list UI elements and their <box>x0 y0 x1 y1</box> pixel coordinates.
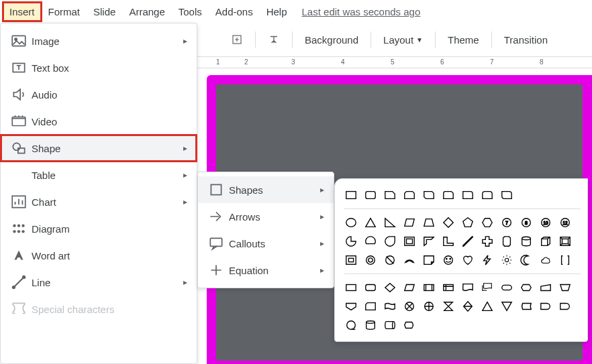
shape-round-same[interactable] <box>481 188 494 202</box>
shape-flowchart-magnetic[interactable] <box>344 318 358 332</box>
background-button[interactable]: Background <box>295 29 368 51</box>
submenu-equation[interactable]: Equation ▸ <box>198 257 334 284</box>
shape-cross[interactable] <box>481 235 494 248</box>
shape-trapezoid[interactable] <box>422 216 436 229</box>
shape-half-frame[interactable] <box>422 235 436 248</box>
theme-button[interactable]: Theme <box>438 29 489 51</box>
insert-video[interactable]: Video <box>1 108 197 135</box>
shape-frame[interactable] <box>403 235 416 248</box>
shape-flowchart-manual-op[interactable] <box>558 281 572 294</box>
shape-flowchart-or[interactable] <box>422 300 436 313</box>
shape-snip-round[interactable] <box>442 188 455 202</box>
insert-textbox[interactable]: Text box <box>1 54 197 81</box>
menu-arrange[interactable]: Arrange <box>122 2 171 21</box>
shape-can[interactable] <box>520 235 533 248</box>
shape-folded-corner[interactable] <box>422 253 436 267</box>
shape-rounded-rectangle[interactable] <box>364 188 377 202</box>
shape-octagon[interactable]: 8 <box>520 216 533 229</box>
shape-flowchart-tape[interactable] <box>383 300 397 313</box>
insert-image[interactable]: Image ▸ <box>1 27 197 54</box>
shape-chord[interactable] <box>364 235 377 248</box>
shape-parallelogram[interactable] <box>403 216 416 229</box>
menu-addons[interactable]: Add-ons <box>209 2 260 21</box>
shape-flowchart-alt[interactable] <box>364 281 377 294</box>
insert-diagram[interactable]: Diagram <box>1 215 197 242</box>
shape-flowchart-junction[interactable] <box>403 300 416 313</box>
shape-pentagon[interactable] <box>461 216 475 229</box>
shape-flowchart-document[interactable] <box>461 281 475 294</box>
insert-shape[interactable]: Shape ▸ <box>1 135 197 162</box>
shape-double-bracket[interactable] <box>558 253 572 267</box>
shape-heart[interactable] <box>461 253 475 267</box>
shape-flowchart-prep[interactable] <box>520 281 533 294</box>
shape-flowchart-manual-input[interactable] <box>539 281 552 294</box>
shape-rectangle[interactable] <box>344 188 358 202</box>
shape-flowchart-decision[interactable] <box>383 281 397 294</box>
shape-donut[interactable] <box>344 253 358 267</box>
shape-flowchart-multidoc[interactable] <box>481 281 494 294</box>
shape-flowchart-direct[interactable] <box>383 318 397 332</box>
menu-insert[interactable]: Insert <box>3 2 42 21</box>
shape-flowchart-connector[interactable] <box>344 300 358 313</box>
shape-flowchart-disk[interactable] <box>364 318 377 332</box>
shape-flowchart-card[interactable] <box>364 300 377 313</box>
shape-pie[interactable] <box>344 235 358 248</box>
insert-line[interactable]: Line ▸ <box>1 269 197 296</box>
shape-decagon[interactable]: 10 <box>539 216 552 229</box>
transition-button[interactable]: Transition <box>495 29 557 51</box>
menu-slide[interactable]: Slide <box>87 2 122 21</box>
shape-flowchart-display[interactable] <box>403 318 416 332</box>
shape-cloud[interactable] <box>539 253 552 267</box>
submenu-arrows[interactable]: Arrows ▸ <box>198 203 334 230</box>
shape-flowchart-sort[interactable] <box>461 300 475 313</box>
menu-tools[interactable]: Tools <box>172 2 209 21</box>
shape-flowchart-delay[interactable] <box>539 300 552 313</box>
shape-lightning[interactable] <box>481 253 494 267</box>
shape-flowchart-terminator[interactable] <box>500 281 513 294</box>
shape-smiley[interactable] <box>442 253 455 267</box>
shape-flowchart-merge[interactable] <box>500 300 513 313</box>
layout-button[interactable]: Layout▼ <box>374 29 432 51</box>
shape-block-arc[interactable] <box>383 253 397 267</box>
shape-flowchart-stored[interactable] <box>520 300 533 313</box>
shape-flowchart-collate[interactable] <box>442 300 455 313</box>
shape-diag-stripe[interactable] <box>461 235 475 248</box>
shape-heptagon[interactable]: 7 <box>500 216 513 229</box>
menu-help[interactable]: Help <box>260 2 294 21</box>
shape-hexagon[interactable] <box>481 216 494 229</box>
insert-audio[interactable]: Audio <box>1 81 197 108</box>
shape-round-single[interactable] <box>461 188 475 202</box>
shape-oval[interactable] <box>344 216 358 229</box>
shape-no[interactable] <box>364 253 377 267</box>
shape-snip-same[interactable] <box>403 188 416 202</box>
shape-l[interactable] <box>442 235 455 248</box>
shape-flowchart-extract[interactable] <box>481 300 494 313</box>
shape-flowchart-predef[interactable] <box>422 281 436 294</box>
shape-cube[interactable] <box>539 235 552 248</box>
shape-teardrop[interactable] <box>383 235 397 248</box>
shape-round-diag[interactable] <box>500 188 513 202</box>
shape-snip-diag[interactable] <box>422 188 436 202</box>
shape-dodecagon[interactable]: 12 <box>558 216 572 229</box>
submenu-shapes[interactable]: Shapes ▸ <box>198 176 334 203</box>
shape-right-triangle[interactable] <box>383 216 397 229</box>
reset-layout-button[interactable] <box>258 28 289 51</box>
shape-sun[interactable] <box>500 253 513 267</box>
shape-flowchart-data[interactable] <box>403 281 416 294</box>
shape-snip-single[interactable] <box>383 188 397 202</box>
shape-moon[interactable] <box>520 253 533 267</box>
shape-flowchart-process[interactable] <box>344 281 358 294</box>
shape-flowchart-seq[interactable] <box>558 300 572 313</box>
insert-table[interactable]: Table ▸ <box>1 162 197 188</box>
insert-wordart[interactable]: Word art <box>1 242 197 269</box>
submenu-callouts[interactable]: Callouts ▸ <box>198 230 334 257</box>
shape-arc[interactable] <box>403 253 416 267</box>
menu-format[interactable]: Format <box>42 2 87 21</box>
shape-flowchart-internal[interactable] <box>442 281 455 294</box>
shape-diamond[interactable] <box>442 216 455 229</box>
insert-chart[interactable]: Chart ▸ <box>1 188 197 215</box>
last-edit-status[interactable]: Last edit was seconds ago <box>302 6 421 17</box>
shape-bevel[interactable] <box>558 235 572 248</box>
shape-plaque[interactable] <box>500 235 513 248</box>
shape-triangle[interactable] <box>364 216 377 229</box>
